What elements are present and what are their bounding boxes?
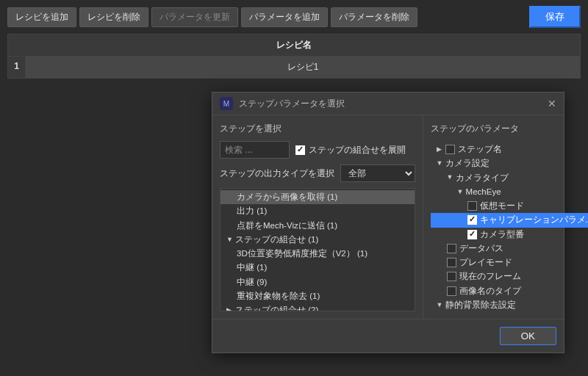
tree-node-label: ステップの組合せ (1) bbox=[235, 234, 318, 246]
tree-node[interactable]: ▼カメラタイプ bbox=[431, 171, 588, 185]
tree-node-label: カメラ型番 bbox=[480, 228, 524, 241]
tree-node-label: ステップ名 bbox=[458, 143, 502, 156]
tree-node-label: 点群をMech-Vizに送信 (1) bbox=[237, 220, 337, 232]
tree-node[interactable]: ▶ステップ名 bbox=[431, 142, 588, 156]
tree-node-label: 画像名のタイプ bbox=[459, 285, 521, 297]
tree-node[interactable]: ▼ステップの組合せ (1) bbox=[220, 233, 415, 247]
dialog-title-text: ステップパラメータを選択 bbox=[239, 98, 345, 110]
dialog-app-icon: M bbox=[220, 97, 233, 110]
tree-node[interactable]: ▼MechEye bbox=[431, 185, 588, 199]
recipe-table: レシピ名 1 レシピ1 bbox=[0, 34, 588, 79]
table-row[interactable]: 1 レシピ1 bbox=[7, 57, 581, 79]
tree-node-label: データパス bbox=[459, 242, 503, 255]
tree-node-label: カメラ設定 bbox=[445, 157, 490, 170]
update-param-button: パラメータを更新 bbox=[151, 7, 238, 27]
caret-icon[interactable]: ▼ bbox=[457, 187, 463, 198]
save-button[interactable]: 保存 bbox=[529, 6, 581, 28]
main-toolbar: レシピを追加 レシピを削除 パラメータを更新 パラメータを追加 パラメータを削除… bbox=[0, 0, 588, 34]
caret-icon[interactable]: ▶ bbox=[226, 306, 232, 311]
ok-button[interactable]: OK bbox=[500, 327, 556, 345]
left-pane: ステップを選択 ステップの組合せを展開 ステップの出力タイプを選択 全部 カメラ… bbox=[212, 115, 423, 319]
search-input[interactable] bbox=[220, 141, 290, 159]
expand-label-text: ステップの組合せを展開 bbox=[309, 144, 406, 156]
tree-node-label: MechEye bbox=[466, 186, 501, 198]
tree-node[interactable]: ▼静的背景除去設定 bbox=[431, 298, 588, 310]
tree-node-label: カメラから画像を取得 (1) bbox=[237, 191, 337, 203]
tree-node-label: 3D位置姿勢低精度推定（V2） (1) bbox=[237, 247, 368, 260]
tree-node[interactable]: 点群をMech-Vizに送信 (1) bbox=[220, 219, 415, 233]
table-header: レシピ名 bbox=[7, 34, 581, 57]
param-checkbox[interactable] bbox=[447, 272, 456, 281]
tree-node-label: 出力 (1) bbox=[237, 205, 267, 217]
param-checkbox[interactable] bbox=[467, 215, 477, 225]
tree-node[interactable]: 重複対象物を除去 (1) bbox=[220, 289, 415, 303]
tree-node[interactable]: 中継 (9) bbox=[220, 275, 415, 289]
tree-node[interactable]: プレイモード bbox=[431, 256, 588, 270]
expand-checkbox[interactable] bbox=[295, 145, 305, 155]
add-recipe-button[interactable]: レシピを追加 bbox=[7, 7, 76, 27]
caret-icon[interactable]: ▼ bbox=[437, 300, 442, 310]
tree-node[interactable]: 中継 (1) bbox=[220, 261, 415, 275]
tree-node[interactable]: 仮想モード bbox=[431, 199, 588, 213]
tree-node-label: 中継 (1) bbox=[237, 261, 267, 274]
delete-param-button[interactable]: パラメータを削除 bbox=[331, 7, 417, 27]
tree-node[interactable]: データパス bbox=[431, 242, 588, 256]
left-pane-title: ステップを選択 bbox=[220, 123, 415, 135]
tree-node-label: 重複対象物を除去 (1) bbox=[237, 290, 320, 303]
caret-icon[interactable]: ▶ bbox=[437, 145, 442, 155]
tree-node-label: 静的背景除去設定 bbox=[445, 299, 516, 310]
tree-node-label: カメラタイプ bbox=[456, 172, 509, 184]
tree-node[interactable]: ▶ステップの組合せ (2) bbox=[220, 303, 415, 311]
caret-icon[interactable]: ▼ bbox=[437, 159, 442, 169]
param-checkbox[interactable] bbox=[467, 230, 477, 239]
delete-recipe-button[interactable]: レシピを削除 bbox=[79, 7, 148, 27]
step-param-dialog: M ステップパラメータを選択 ✕ ステップを選択 ステップの組合せを展開 ステッ… bbox=[212, 92, 564, 353]
tree-node-label: プレイモード bbox=[459, 256, 512, 269]
right-pane: ステップのパラメータ ▶ステップ名▼カメラ設定▼カメラタイプ▼MechEye仮想… bbox=[423, 115, 588, 319]
tree-node[interactable]: カメラ型番 bbox=[431, 228, 588, 242]
tree-node-label: 現在のフレーム bbox=[459, 270, 521, 283]
tree-node[interactable]: 現在のフレーム bbox=[431, 270, 588, 283]
output-type-select[interactable]: 全部 bbox=[340, 164, 415, 182]
caret-icon[interactable]: ▼ bbox=[447, 173, 453, 183]
step-tree[interactable]: カメラから画像を取得 (1)出力 (1)点群をMech-Vizに送信 (1)▼ス… bbox=[220, 188, 415, 311]
add-param-button[interactable]: パラメータを追加 bbox=[241, 7, 328, 27]
tree-node[interactable]: カメラから画像を取得 (1) bbox=[220, 190, 415, 204]
tree-node[interactable]: ▼カメラ設定 bbox=[431, 156, 588, 170]
tree-node[interactable]: キャリブレーションパラメ... bbox=[431, 213, 588, 227]
dialog-footer: OK bbox=[212, 319, 564, 352]
recipe-name-cell[interactable]: レシピ1 bbox=[26, 57, 580, 78]
tree-node-label: ステップの組合せ (2) bbox=[235, 304, 318, 311]
tree-node[interactable]: 3D位置姿勢低精度推定（V2） (1) bbox=[220, 247, 415, 261]
dialog-titlebar: M ステップパラメータを選択 ✕ bbox=[212, 93, 564, 115]
caret-icon[interactable]: ▼ bbox=[226, 235, 232, 245]
param-checkbox[interactable] bbox=[447, 244, 456, 253]
row-number: 1 bbox=[8, 57, 26, 78]
tree-node-label: キャリブレーションパラメ... bbox=[480, 214, 588, 226]
param-checkbox[interactable] bbox=[467, 201, 477, 211]
output-type-label: ステップの出力タイプを選択 bbox=[220, 167, 334, 180]
param-checkbox[interactable] bbox=[445, 145, 455, 154]
expand-checkbox-label[interactable]: ステップの組合せを展開 bbox=[295, 144, 406, 156]
tree-node-label: 仮想モード bbox=[480, 200, 524, 212]
param-checkbox[interactable] bbox=[447, 258, 456, 267]
close-icon[interactable]: ✕ bbox=[548, 98, 556, 109]
tree-node[interactable]: 出力 (1) bbox=[220, 204, 415, 218]
tree-node[interactable]: 画像名のタイプ bbox=[431, 284, 588, 298]
tree-node-label: 中継 (9) bbox=[237, 276, 267, 289]
param-tree[interactable]: ▶ステップ名▼カメラ設定▼カメラタイプ▼MechEye仮想モードキャリブレーショ… bbox=[431, 141, 588, 310]
param-checkbox[interactable] bbox=[447, 286, 456, 296]
right-pane-title: ステップのパラメータ bbox=[431, 123, 588, 135]
